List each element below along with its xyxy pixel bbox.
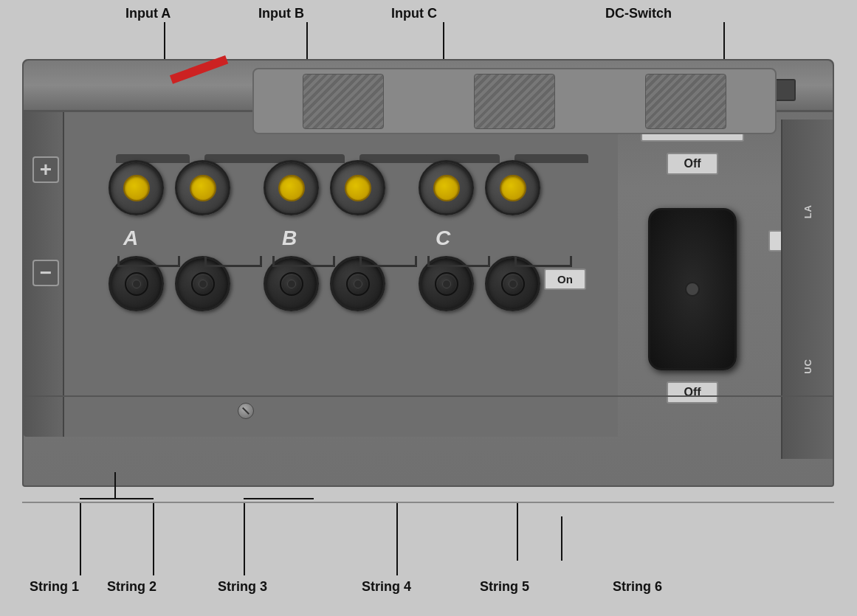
label-string2: String 2 bbox=[107, 579, 156, 595]
bracket-bottom-a1-l bbox=[117, 256, 120, 267]
switch-off-top: Off bbox=[667, 153, 718, 175]
group-label-c: C bbox=[436, 226, 450, 250]
arrow-string3-line bbox=[244, 502, 245, 575]
connector-b-plus-2 bbox=[330, 160, 385, 215]
connector-c-plus-1 bbox=[419, 160, 474, 215]
label-string5: String 5 bbox=[480, 579, 529, 595]
annotation-dc-switch: DC-Switch bbox=[605, 6, 672, 21]
bracket-bottom-a1 bbox=[117, 265, 180, 267]
fan-area bbox=[252, 68, 777, 134]
switch-off-bottom: Off bbox=[667, 381, 718, 404]
rotary-center bbox=[685, 282, 700, 297]
polarity-minus: − bbox=[32, 260, 59, 286]
bracket-bottom-b2-l bbox=[359, 256, 362, 267]
bracket-bottom-c1-r bbox=[488, 256, 490, 267]
rotary-switch[interactable] bbox=[648, 208, 737, 370]
horizontal-divider bbox=[24, 395, 833, 397]
device-body: + − bbox=[22, 59, 834, 487]
red-cable bbox=[170, 55, 228, 84]
bracket-bottom-a2 bbox=[204, 265, 262, 267]
annotation-input-c: Input C bbox=[391, 6, 437, 21]
connector-a-plus-1 bbox=[109, 160, 164, 215]
bracket-bottom-a2-r bbox=[260, 256, 262, 267]
connector-area: A B C bbox=[64, 112, 618, 437]
bracket-bottom-b1-r bbox=[333, 256, 335, 267]
group-label-a: A bbox=[123, 226, 138, 250]
bracket-bottom-b1-l bbox=[272, 256, 275, 267]
connector-a-plus-2 bbox=[175, 160, 230, 215]
bracket-bottom-c2-l bbox=[514, 256, 517, 267]
bracket-bottom-b2-r bbox=[415, 256, 417, 267]
bracket-bottom-c1 bbox=[427, 265, 490, 267]
bracket-merge-12-vert bbox=[114, 472, 116, 499]
bracket-bottom-c1-l bbox=[427, 256, 430, 267]
device-bottom-line bbox=[22, 502, 834, 503]
bracket-bottom-a2-l bbox=[204, 256, 207, 267]
arrow-string2-line bbox=[153, 502, 154, 575]
right-panel-text-la: LA bbox=[802, 204, 813, 218]
bracket-merge-34 bbox=[244, 498, 314, 499]
dc-switch-section: DC-Switch Off Off bbox=[641, 120, 759, 415]
arrow-string1-line bbox=[80, 502, 81, 575]
arrow-string5-line bbox=[517, 502, 518, 561]
label-string1: String 1 bbox=[30, 579, 79, 595]
fan-vent-3 bbox=[645, 74, 726, 129]
label-string6: String 6 bbox=[613, 579, 662, 595]
on-button-c[interactable]: On bbox=[544, 269, 586, 290]
right-panel-text-uc: UC bbox=[802, 359, 813, 374]
bracket-bottom-a1-r bbox=[178, 256, 180, 267]
arrow-string6-line bbox=[561, 516, 562, 561]
screw-1 bbox=[238, 403, 254, 419]
right-panel: LA UC bbox=[781, 120, 833, 459]
fan-vent-1 bbox=[303, 74, 384, 129]
bracket-bottom-b2 bbox=[359, 265, 417, 267]
label-string4: String 4 bbox=[362, 579, 411, 595]
polarity-plus: + bbox=[32, 156, 59, 183]
bracket-bottom-c2-r bbox=[570, 256, 572, 267]
annotation-input-a: Input A bbox=[125, 6, 171, 21]
bracket-merge-12 bbox=[80, 498, 154, 499]
label-string3: String 3 bbox=[218, 579, 267, 595]
bracket-bottom-b1 bbox=[272, 265, 335, 267]
arrow-string4-line bbox=[396, 502, 398, 575]
group-label-b: B bbox=[282, 226, 297, 250]
fan-vent-2 bbox=[474, 74, 555, 129]
bracket-bottom-c2 bbox=[514, 265, 572, 267]
connector-c-plus-2 bbox=[485, 160, 540, 215]
connector-b-plus-1 bbox=[264, 160, 319, 215]
left-panel: + − bbox=[24, 112, 64, 437]
annotation-input-b: Input B bbox=[258, 6, 304, 21]
